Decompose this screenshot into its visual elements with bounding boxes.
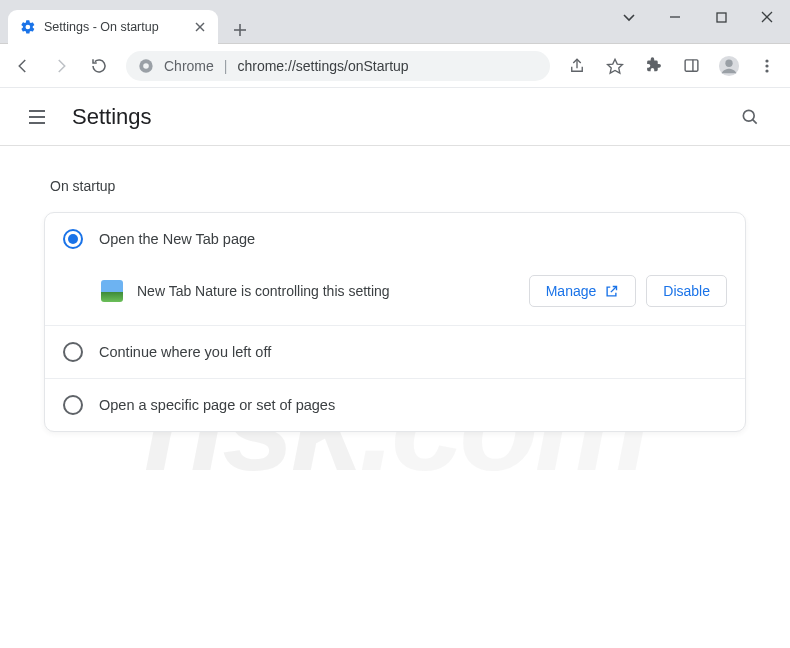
manage-button-label: Manage (546, 283, 597, 299)
close-icon[interactable] (192, 19, 208, 35)
tab-title: Settings - On startup (44, 20, 159, 34)
extension-control-notice: New Tab Nature is controlling this setti… (45, 265, 745, 325)
menu-icon[interactable] (750, 49, 784, 83)
page-title: Settings (72, 104, 152, 130)
extension-notice-text: New Tab Nature is controlling this setti… (137, 283, 390, 299)
svg-point-17 (765, 69, 768, 72)
side-panel-icon[interactable] (674, 49, 708, 83)
omnibox-url: chrome://settings/onStartup (237, 58, 408, 74)
svg-line-22 (753, 119, 757, 123)
chrome-icon (138, 58, 154, 74)
option-label: Continue where you left off (99, 344, 271, 360)
option-label: Open the New Tab page (99, 231, 255, 247)
disable-button[interactable]: Disable (646, 275, 727, 307)
radio-unselected-icon[interactable] (63, 395, 83, 415)
search-icon[interactable] (730, 97, 770, 137)
forward-button[interactable] (44, 49, 78, 83)
chevron-down-icon[interactable] (606, 0, 652, 34)
svg-point-16 (765, 64, 768, 67)
new-tab-button[interactable] (226, 16, 254, 44)
disable-button-label: Disable (663, 283, 710, 299)
svg-rect-5 (717, 13, 726, 22)
svg-point-9 (143, 63, 149, 69)
option-continue[interactable]: Continue where you left off (45, 326, 745, 378)
browser-toolbar: Chrome | chrome://settings/onStartup (0, 44, 790, 88)
tab-strip: Settings - On startup (0, 0, 254, 44)
bookmark-icon[interactable] (598, 49, 632, 83)
window-titlebar: Settings - On startup (0, 0, 790, 44)
minimize-button[interactable] (652, 0, 698, 34)
settings-app-header: Settings (0, 88, 790, 146)
svg-rect-11 (685, 60, 698, 71)
svg-point-14 (725, 59, 732, 66)
gear-icon (20, 19, 36, 35)
maximize-button[interactable] (698, 0, 744, 34)
option-label: Open a specific page or set of pages (99, 397, 335, 413)
profile-avatar[interactable] (712, 49, 746, 83)
external-link-icon (604, 284, 619, 299)
back-button[interactable] (6, 49, 40, 83)
close-window-button[interactable] (744, 0, 790, 34)
hamburger-menu-icon[interactable] (20, 100, 54, 134)
option-specific-pages[interactable]: Open a specific page or set of pages (45, 379, 745, 431)
radio-selected-icon[interactable] (63, 229, 83, 249)
startup-options-card: Open the New Tab page New Tab Nature is … (44, 212, 746, 432)
svg-point-15 (765, 59, 768, 62)
svg-line-23 (611, 286, 617, 292)
svg-marker-10 (608, 59, 623, 73)
radio-unselected-icon[interactable] (63, 342, 83, 362)
reload-button[interactable] (82, 49, 116, 83)
manage-button[interactable]: Manage (529, 275, 637, 307)
option-open-new-tab[interactable]: Open the New Tab page (45, 213, 745, 265)
section-title: On startup (50, 178, 740, 194)
svg-point-21 (743, 110, 754, 121)
browser-tab[interactable]: Settings - On startup (8, 10, 218, 44)
omnibox-separator: | (224, 58, 228, 74)
settings-content: On startup Open the New Tab page New Tab… (0, 146, 790, 458)
extension-icon (101, 280, 123, 302)
extensions-icon[interactable] (636, 49, 670, 83)
window-controls (606, 0, 790, 34)
share-icon[interactable] (560, 49, 594, 83)
address-bar[interactable]: Chrome | chrome://settings/onStartup (126, 51, 550, 81)
omnibox-prefix: Chrome (164, 58, 214, 74)
